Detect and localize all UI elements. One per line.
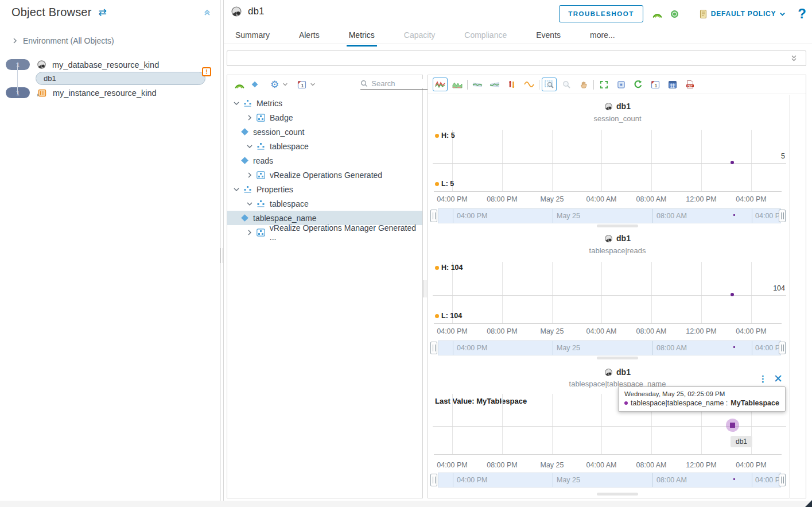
chevron-right-icon (246, 172, 253, 179)
refresh-icon[interactable] (631, 78, 646, 91)
range-tick: May 25 (557, 476, 580, 484)
range-separator (652, 473, 653, 487)
pan-icon[interactable] (576, 78, 591, 91)
range-separator (752, 341, 752, 355)
range-handle-left[interactable] (430, 474, 437, 486)
range-handle-right[interactable] (779, 474, 786, 486)
tab-events[interactable]: Events (534, 28, 563, 45)
gridline (701, 262, 702, 323)
gauge-icon[interactable] (234, 81, 245, 88)
troubleshoot-button[interactable]: TROUBLESHOOT (559, 5, 643, 22)
restore-icon[interactable] (613, 78, 628, 91)
chart-resize-grip[interactable] (597, 493, 638, 496)
range-handle-left[interactable] (430, 210, 437, 222)
chart-menu-icon[interactable]: ⋮ (759, 374, 767, 383)
tree-item-reads[interactable]: reads (227, 153, 422, 168)
range-data-point (733, 214, 735, 216)
low-label: L: 5 (435, 180, 454, 188)
metric-diamond-icon (241, 157, 248, 164)
time-range-selector[interactable]: 04:00 PM May 25 08:00 AM 04:00 PM (438, 208, 781, 223)
anomalies-icon[interactable] (504, 78, 519, 91)
value-label: 5 (781, 152, 785, 160)
chevron-down-icon (779, 11, 786, 17)
trend-icon[interactable] (470, 78, 485, 91)
date-picker-icon[interactable]: 1 (648, 78, 663, 91)
tree-item-properties[interactable]: Properties (227, 182, 422, 196)
gridline (701, 130, 702, 191)
plot-area[interactable]: H: 5 L: 5 5 (434, 127, 782, 192)
forecast-icon[interactable] (522, 78, 537, 91)
tree-item-label: session_count (253, 127, 305, 137)
warning-badge[interactable]: ! (202, 67, 211, 76)
tree-item-vrealize-ops-generated[interactable]: vRealize Operations Generated (227, 168, 422, 182)
tree-item-badge[interactable]: Badge (227, 110, 422, 125)
database-object-icon (231, 6, 242, 17)
environment-label: Environment (All Objects) (23, 36, 114, 45)
tab-metrics[interactable]: Metrics (347, 28, 377, 47)
object-pill-db1[interactable]: db1 (36, 72, 205, 85)
range-handle-right[interactable] (779, 342, 786, 354)
gridline (502, 394, 503, 454)
line-chart-icon[interactable] (433, 78, 448, 91)
export-pdf-icon[interactable]: PDF (682, 78, 697, 91)
range-handle-left[interactable] (430, 342, 437, 354)
range-tick: 08:00 AM (656, 344, 687, 352)
settings-icon[interactable]: ⚙ (270, 80, 279, 90)
date-dropdown-icon[interactable] (310, 82, 316, 87)
time-range-selector[interactable]: 04:00 PM May 25 08:00 AM 04:00 PM (438, 340, 781, 355)
refresh-icon[interactable]: ⇄ (99, 6, 107, 18)
chart-title: db1 (428, 367, 807, 377)
tooltip-value: MyTablespace (731, 399, 779, 407)
help-button[interactable]: ? (798, 6, 806, 22)
tree-item-metrics[interactable]: Metrics (227, 96, 422, 110)
count-badge: 1 (6, 87, 30, 98)
range-tick: May 25 (557, 212, 580, 220)
resource-kind-row[interactable]: 1 my_database_resource_kind (0, 59, 220, 70)
health-gauge-icon[interactable] (652, 10, 663, 18)
expand-icon[interactable] (596, 78, 611, 91)
zoom-out-icon[interactable] (559, 78, 574, 91)
tree-item-tablespace-properties[interactable]: tablespace (227, 196, 422, 211)
object-pill-label: db1 (44, 74, 56, 83)
tree-item-vrealize-ops-manager-generated[interactable]: vRealize Operations Manager Generated ..… (227, 225, 422, 239)
data-point[interactable] (730, 423, 735, 428)
policy-selector[interactable]: DEFAULT POLICY (699, 9, 786, 19)
resource-kind-label: my_instance_resource_kind (53, 88, 157, 98)
tab-summary[interactable]: Summary (233, 28, 272, 45)
tree-item-tablespace[interactable]: tablespace (227, 139, 422, 153)
sidebar-splitter-grip[interactable] (220, 248, 223, 263)
range-tick: 04:00 PM (457, 212, 488, 220)
window-resize-handle[interactable] (805, 500, 812, 507)
chevron-down-icon (233, 186, 240, 193)
metric-diamond-icon[interactable] (251, 80, 259, 88)
panel-splitter-grip[interactable] (424, 280, 426, 297)
chart-toolbar: 1 PDF (428, 75, 806, 94)
zoom-selection-icon[interactable] (542, 78, 557, 91)
area-chart-icon[interactable] (450, 78, 465, 91)
x-tick: 04:00 PM (731, 195, 771, 203)
collapse-sidebar-icon[interactable] (203, 9, 211, 17)
metric-diamond-icon (241, 214, 248, 222)
plot-area[interactable]: H: 104 L: 104 104 (434, 259, 782, 324)
page-header: db1 TROUBLESHOOT DEFAULT POLICY ? (224, 0, 812, 28)
status-online-icon[interactable] (670, 10, 679, 18)
tree-connector-line (17, 64, 18, 94)
environment-tree-item[interactable]: Environment (All Objects) (0, 36, 220, 45)
resource-kind-row[interactable]: 1 my_instance_resource_kind (0, 87, 220, 98)
expand-filter-icon[interactable] (790, 54, 798, 63)
date-range-icon[interactable] (665, 78, 680, 91)
tab-alerts[interactable]: Alerts (297, 28, 322, 45)
range-handle-right[interactable] (779, 210, 786, 222)
time-range-selector[interactable]: 04:00 PM May 25 08:00 AM 04:00 PM (438, 473, 781, 487)
date-picker-icon[interactable]: 1 (297, 80, 306, 89)
split-trend-icon[interactable] (487, 78, 502, 91)
collapsed-filter-bar[interactable] (227, 51, 806, 66)
sidebar-title: Object Browser (11, 6, 92, 19)
data-point[interactable] (731, 161, 734, 164)
data-point[interactable] (731, 293, 734, 296)
tab-more[interactable]: more... (588, 28, 617, 45)
close-chart-icon[interactable]: ✕ (774, 373, 783, 384)
x-axis: 04:00 PM 08:00 PM May 25 04:00 AM 08:00 … (428, 461, 807, 470)
settings-dropdown-icon[interactable] (282, 82, 288, 87)
tree-item-session-count[interactable]: session_count (227, 125, 422, 139)
